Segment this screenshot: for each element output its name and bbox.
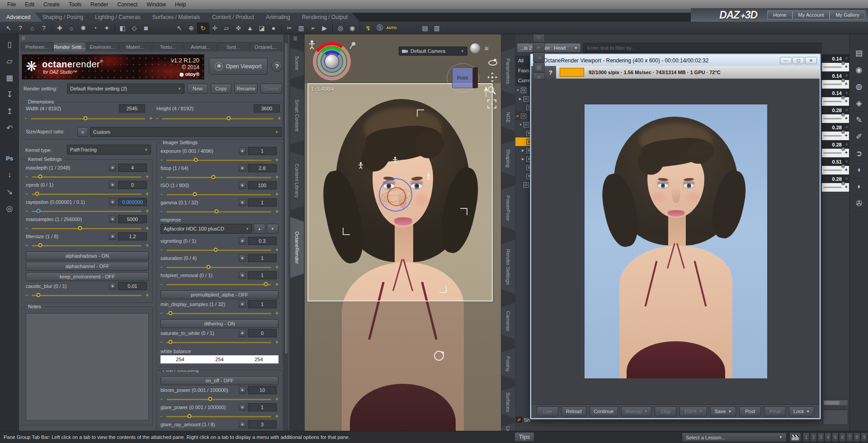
dock-tab[interactable]: Environm... — [86, 42, 118, 52]
menu-item[interactable]: Tools — [64, 1, 86, 8]
toolbar-icon[interactable]: ◉ — [346, 23, 358, 33]
render-control-button[interactable]: Reload ▼ — [561, 406, 586, 416]
pane-tab[interactable]: Smart Content — [290, 86, 304, 145]
gear-icon[interactable]: ✱ — [239, 147, 246, 155]
toolbar-icon[interactable] — [50, 23, 54, 33]
parameter-value[interactable]: 0 — [248, 329, 277, 337]
aspect-select[interactable]: Custom▼ — [90, 127, 282, 137]
toolbar-icon[interactable] — [358, 23, 362, 33]
parameter-slider[interactable]: -+ — [26, 242, 149, 249]
open-viewport-button[interactable]: ❋ Open Viewport — [209, 58, 268, 75]
gear-icon[interactable]: ✱ — [845, 160, 848, 164]
render-control-button[interactable]: 100% ▼ — [679, 406, 707, 416]
parameter-slider[interactable]: -+ — [160, 191, 278, 198]
gear-icon[interactable]: ✱ — [109, 216, 116, 223]
gear-icon[interactable]: ✱ — [239, 272, 246, 279]
node-selector[interactable]: ...is 2 Female : Head▼ — [517, 43, 581, 53]
pane-tab[interactable]: Posing — [501, 348, 515, 380]
gear-icon[interactable]: ✱ — [239, 199, 246, 206]
toolbar-icon[interactable]: ↖ — [174, 23, 185, 33]
toggle-button[interactable]: on_off - OFF — [160, 376, 278, 385]
view-cube[interactable]: Front — [447, 63, 479, 92]
notes-textarea[interactable] — [26, 313, 149, 420]
render-control-button[interactable]: Post ▼ — [739, 406, 761, 416]
brand-button[interactable]: My Account — [793, 10, 830, 19]
activity-tab[interactable]: Rendering / Output — [296, 13, 359, 22]
pane-grip-icon[interactable]: ≣ — [293, 35, 297, 42]
dock-tab[interactable]: Render Setti... — [53, 42, 85, 52]
gear-icon[interactable]: ✱ — [239, 165, 246, 172]
toolbar-icon[interactable]: ▲ — [244, 23, 256, 33]
parameter-value[interactable]: 0 — [118, 181, 147, 189]
toolbar-icon[interactable]: ✚ — [54, 23, 66, 33]
parameter-slider[interactable]: -+ — [160, 413, 278, 420]
page-button[interactable]: 5 — [832, 433, 839, 442]
toolbar-icon[interactable] — [279, 23, 283, 33]
parameter-slider[interactable]: -+ — [26, 207, 149, 215]
gear-icon[interactable]: ✱ — [109, 198, 116, 206]
parameter-value[interactable]: 10 — [248, 386, 277, 394]
gear-icon[interactable]: ✱ — [845, 91, 848, 95]
pan-icon[interactable] — [487, 72, 497, 82]
parameter-slider[interactable]: + — [822, 183, 849, 192]
side-toolbar-icon[interactable]: ▱ — [4, 56, 15, 66]
new-setting-button[interactable]: New — [187, 84, 208, 94]
toolbar-icon[interactable] — [152, 23, 174, 33]
frame-icon[interactable] — [487, 99, 496, 108]
parameter-value[interactable]: 1 — [248, 403, 277, 411]
parameter-slider[interactable]: + — [822, 63, 849, 71]
gear-icon[interactable]: ✱ — [239, 237, 246, 245]
parameter-slider[interactable]: + — [822, 166, 849, 174]
pane-grip-icon[interactable]: ≣ — [21, 35, 25, 41]
parameter-slider[interactable]: + — [822, 149, 849, 157]
close-button[interactable]: ✕ — [805, 57, 817, 64]
toolbar-icon[interactable]: ◇ — [128, 23, 140, 33]
compass-icon[interactable] — [482, 86, 490, 98]
parameter-value[interactable]: 1 — [248, 271, 277, 279]
parameter-slider[interactable]: -+ — [160, 208, 278, 215]
pane-tab[interactable]: Render Settings — [501, 240, 515, 294]
menu-item[interactable]: Window — [142, 1, 170, 8]
toolbar-icon[interactable]: ◧ — [117, 23, 128, 33]
viewport-options-icon[interactable]: ≡ — [485, 44, 489, 52]
response-select[interactable]: Agfacolor HDC 100 plusCD▼ — [160, 224, 252, 234]
render-control-button[interactable]: Final ▼ — [764, 406, 786, 416]
width-value[interactable]: 2545 — [119, 104, 145, 113]
parameter-slider[interactable]: -+ — [160, 281, 278, 288]
gear-icon[interactable]: ✱ — [239, 404, 246, 411]
toggle-button[interactable]: keep_environment - OFF — [26, 272, 149, 281]
copy-setting-button[interactable]: Copy — [211, 84, 231, 94]
toggle-button[interactable]: alphachannel - OFF — [26, 262, 149, 271]
gear-icon[interactable]: ✱ — [239, 386, 246, 394]
maximize-button[interactable]: ▢ — [793, 57, 804, 64]
parameter-value[interactable]: 1 — [248, 254, 277, 262]
height-slider[interactable]: -+ — [156, 115, 281, 122]
pose-figure-icon[interactable] — [358, 162, 363, 169]
pane-tab[interactable]: NGE — [501, 104, 515, 131]
parameter-slider[interactable]: -+ — [160, 396, 278, 403]
horizontal-scrollbar[interactable] — [823, 400, 848, 406]
render-control-button[interactable]: Clay ▼ — [655, 406, 676, 416]
white-balance-swatch[interactable]: 254 254 254 — [160, 355, 278, 363]
tree-arrow-icon[interactable]: ▶ — [522, 149, 525, 152]
gear-icon[interactable]: ✱ — [845, 177, 848, 181]
tree-row[interactable]: ▶ G — [515, 112, 526, 120]
toolbar-icon[interactable]: ↖ — [3, 23, 14, 33]
menu-item[interactable]: Connect — [113, 1, 142, 8]
parameter-value[interactable]: 0.3 — [248, 237, 277, 245]
window-toolbar-icon[interactable]: ▦ — [533, 62, 545, 72]
activity-tab[interactable]: Advanced — [0, 13, 42, 22]
render-control-button[interactable]: Save ▼ — [710, 406, 736, 416]
activity-icon[interactable]: ✇ — [849, 197, 868, 210]
toolbar-icon[interactable]: ● — [268, 23, 279, 33]
gear-icon[interactable]: ✱ — [109, 181, 116, 189]
toolbar-icon[interactable]: ▶ — [319, 23, 330, 33]
dock-tab[interactable]: Textu... — [152, 42, 184, 52]
parameter-value[interactable]: 100 — [248, 181, 277, 189]
page-button[interactable]: 1 — [803, 433, 810, 442]
parameter-slider[interactable]: -+ — [26, 225, 149, 232]
parameter-slider[interactable]: -+ — [26, 190, 149, 198]
side-toolbar-icon[interactable]: ↶ — [4, 123, 15, 133]
dock-tab[interactable]: Animat... — [184, 42, 217, 52]
camera-select[interactable]: Default Camera ▼ — [399, 47, 467, 56]
